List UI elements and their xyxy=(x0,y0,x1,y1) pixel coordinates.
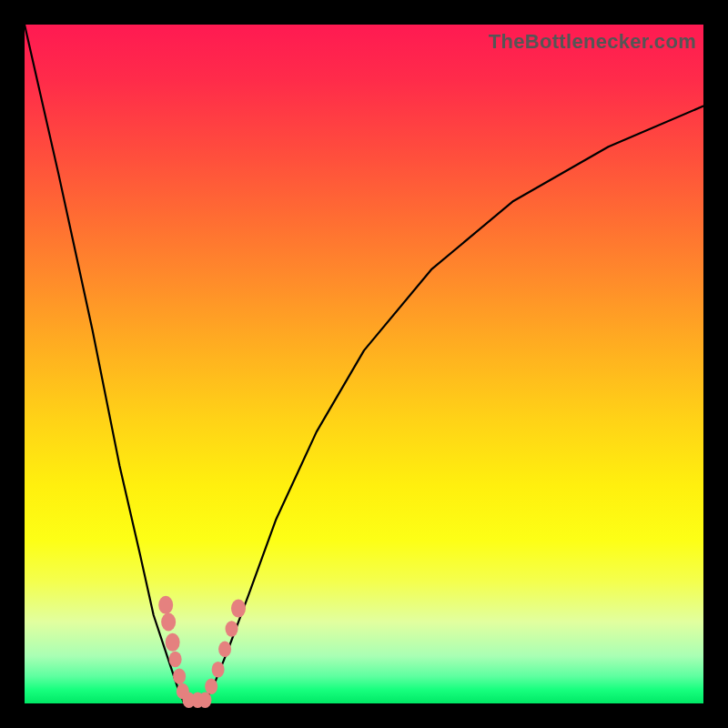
curve-svg xyxy=(25,25,703,703)
bead-marker xyxy=(158,596,173,614)
bead-marker xyxy=(169,652,182,668)
bead-marker xyxy=(212,662,225,678)
curve-right-branch xyxy=(205,106,703,703)
bead-marker xyxy=(231,600,246,618)
bead-marker xyxy=(198,693,211,709)
plot-area: TheBottlenecker.com xyxy=(25,25,703,703)
bead-marker xyxy=(205,679,217,695)
chart-frame: TheBottlenecker.com xyxy=(0,0,728,728)
bead-marker xyxy=(218,642,231,658)
bead-marker xyxy=(226,621,238,637)
bead-marker xyxy=(173,668,186,684)
bead-marker xyxy=(161,612,176,631)
marker-beads xyxy=(158,596,246,708)
bead-marker xyxy=(166,633,180,652)
